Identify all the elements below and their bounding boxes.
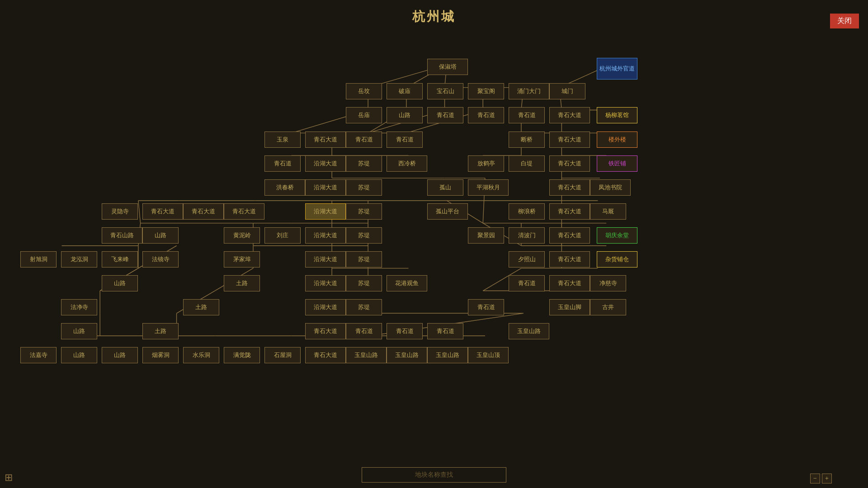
node-duanqiao[interactable]: 断桥 bbox=[509, 131, 545, 148]
node-malu[interactable]: 马厩 bbox=[590, 203, 626, 220]
node-sudi3[interactable]: 苏堤 bbox=[346, 203, 382, 220]
node-fengchishuyuan[interactable]: 凤池书院 bbox=[590, 179, 631, 196]
node-huagangguanyu[interactable]: 花港观鱼 bbox=[387, 275, 427, 291]
zoom-plus[interactable]: + bbox=[822, 474, 832, 483]
node-shanlu1[interactable]: 山路 bbox=[387, 107, 423, 123]
node-manjuedong[interactable]: 满觉陇 bbox=[224, 347, 260, 363]
node-maojiabu[interactable]: 茅家埠 bbox=[224, 251, 260, 267]
node-qingshidadao4[interactable]: 青石大道 bbox=[549, 155, 590, 172]
node-tulu3[interactable]: 土路 bbox=[142, 323, 179, 339]
node-fajingsi[interactable]: 法镜寺 bbox=[142, 251, 179, 267]
node-yangliumaoguan[interactable]: 杨柳茗馆 bbox=[597, 107, 637, 123]
search-input[interactable] bbox=[362, 467, 506, 483]
node-qingshidadao12[interactable]: 青石大道 bbox=[549, 275, 590, 291]
node-yuhuangshanding[interactable]: 玉皇山顶 bbox=[468, 347, 509, 363]
node-hangzhouchengwai[interactable]: 杭州城外官道 bbox=[597, 58, 637, 80]
zoom-minus[interactable]: − bbox=[810, 474, 820, 483]
node-tulu1[interactable]: 土路 bbox=[224, 275, 260, 291]
node-sudi6[interactable]: 苏堤 bbox=[346, 275, 382, 291]
node-huangnialing[interactable]: 黄泥岭 bbox=[224, 227, 260, 244]
node-sudi4[interactable]: 苏堤 bbox=[346, 227, 382, 244]
node-liulanqiao[interactable]: 柳浪桥 bbox=[509, 203, 545, 220]
node-qingshidadao8[interactable]: 青石大道 bbox=[224, 203, 264, 220]
node-jujingyuan[interactable]: 聚景园 bbox=[468, 227, 504, 244]
node-shanlu4[interactable]: 山路 bbox=[61, 323, 97, 339]
node-qingshidadao11[interactable]: 青石大道 bbox=[549, 251, 590, 267]
node-yuhuangshanlu4[interactable]: 玉皇山路 bbox=[427, 347, 468, 363]
node-qingshidao6[interactable]: 青石道 bbox=[264, 155, 301, 172]
node-yanhudadao6[interactable]: 沿湖大道 bbox=[305, 275, 346, 291]
node-yuhuangshanlu3[interactable]: 玉皇山路 bbox=[387, 347, 427, 363]
node-shanlu2[interactable]: 山路 bbox=[142, 227, 179, 244]
node-fangheting[interactable]: 放鹤亭 bbox=[468, 155, 504, 172]
node-yuemiao[interactable]: 岳庙 bbox=[346, 107, 382, 123]
node-jubaoige[interactable]: 聚宝阁 bbox=[468, 83, 504, 99]
node-shuiledong[interactable]: 水乐洞 bbox=[183, 347, 219, 363]
node-xilengqiao[interactable]: 西冷桥 bbox=[387, 155, 427, 172]
node-qingshidao1[interactable]: 青石道 bbox=[427, 107, 463, 123]
node-yanhudadao5[interactable]: 沿湖大道 bbox=[305, 251, 346, 267]
node-qingshidao4[interactable]: 青石道 bbox=[346, 131, 382, 148]
node-yanhudadao1[interactable]: 沿湖大道 bbox=[305, 155, 346, 172]
search-bar[interactable] bbox=[362, 467, 506, 483]
node-hongchunqiao[interactable]: 洪春桥 bbox=[264, 179, 305, 196]
node-chengmen[interactable]: 城门 bbox=[549, 83, 585, 99]
node-lingyinsi[interactable]: 灵隐寺 bbox=[102, 203, 138, 220]
node-xizhaoshan[interactable]: 夕照山 bbox=[509, 251, 545, 267]
node-qingshishanlu[interactable]: 青石山路 bbox=[102, 227, 142, 244]
node-fajingsi2[interactable]: 法净寺 bbox=[61, 299, 97, 315]
node-qingshidao2[interactable]: 青石道 bbox=[468, 107, 504, 123]
node-baidi[interactable]: 白堤 bbox=[509, 155, 545, 172]
node-huqingyutang[interactable]: 胡庆余堂 bbox=[597, 227, 637, 244]
node-sudi1[interactable]: 苏堤 bbox=[346, 155, 382, 172]
node-shexudong[interactable]: 射旭洞 bbox=[20, 251, 57, 267]
node-qingbomen[interactable]: 清波门 bbox=[509, 227, 545, 244]
node-baosuta[interactable]: 保淑塔 bbox=[427, 59, 468, 75]
close-button[interactable]: 关闭 bbox=[830, 14, 859, 28]
node-baoshishan[interactable]: 宝石山 bbox=[427, 83, 463, 99]
node-shanlu3[interactable]: 山路 bbox=[102, 275, 138, 291]
node-yanhudadao4[interactable]: 沿湖大道 bbox=[305, 227, 346, 244]
node-gushan[interactable]: 孤山 bbox=[427, 179, 463, 196]
node-qingshidadao2[interactable]: 青石大道 bbox=[305, 131, 346, 148]
node-qingshidadao5[interactable]: 青石大道 bbox=[549, 179, 590, 196]
node-qingshidadao6[interactable]: 青石大道 bbox=[142, 203, 183, 220]
node-longfengdong[interactable]: 龙泓洞 bbox=[61, 251, 97, 267]
node-qingshidao11[interactable]: 青石道 bbox=[427, 323, 463, 339]
node-qingshidao10[interactable]: 青石道 bbox=[387, 323, 423, 339]
node-qingshidadao1[interactable]: 青石大道 bbox=[549, 107, 590, 123]
node-gushanpingtai[interactable]: 孤山平台 bbox=[427, 203, 468, 220]
node-qingshidao5[interactable]: 青石道 bbox=[387, 131, 423, 148]
node-qingshidao9[interactable]: 青石道 bbox=[346, 323, 382, 339]
node-yanhudadao2[interactable]: 沿湖大道 bbox=[305, 179, 346, 196]
node-yongmen[interactable]: 涌门大门 bbox=[509, 83, 549, 99]
node-yuhuangshanlu2[interactable]: 玉皇山路 bbox=[346, 347, 387, 363]
node-yuhuangshanjiao[interactable]: 玉皇山脚 bbox=[549, 299, 590, 315]
node-pinghushiqiu[interactable]: 平湖秋月 bbox=[468, 179, 509, 196]
node-tulu2[interactable]: 土路 bbox=[183, 299, 219, 315]
node-yuefen[interactable]: 岳坟 bbox=[346, 83, 382, 99]
node-sudi7[interactable]: 苏堤 bbox=[346, 299, 382, 315]
node-pomiao[interactable]: 破庙 bbox=[387, 83, 423, 99]
node-qingshidadao7[interactable]: 青石大道 bbox=[183, 203, 224, 220]
node-yuquan[interactable]: 玉泉 bbox=[264, 131, 301, 148]
node-yanwudong[interactable]: 烟雾洞 bbox=[142, 347, 179, 363]
node-sudi5[interactable]: 苏堤 bbox=[346, 251, 382, 267]
node-yuhuangshanlu[interactable]: 玉皇山路 bbox=[509, 323, 549, 339]
node-qingshidadao3[interactable]: 青石大道 bbox=[549, 131, 590, 148]
node-zahuopucang[interactable]: 杂货铺仓 bbox=[597, 251, 637, 267]
node-qingshidadao14[interactable]: 青石大道 bbox=[305, 347, 346, 363]
node-qingshidao8[interactable]: 青石道 bbox=[468, 299, 504, 315]
node-tiejianpu[interactable]: 铁匠铺 bbox=[597, 155, 637, 172]
node-yanhudadao7[interactable]: 沿湖大道 bbox=[305, 299, 346, 315]
node-shiwudong[interactable]: 石屋洞 bbox=[264, 347, 301, 363]
node-shanlu6[interactable]: 山路 bbox=[102, 347, 138, 363]
node-feilaifeng[interactable]: 飞来峰 bbox=[102, 251, 138, 267]
node-qingshidadao10[interactable]: 青石大道 bbox=[549, 227, 590, 244]
node-sudi2[interactable]: 苏堤 bbox=[346, 179, 382, 196]
node-yanhudadao3[interactable]: 沿湖大道 bbox=[305, 203, 346, 220]
node-fahasi[interactable]: 法嘉寺 bbox=[20, 347, 57, 363]
node-louwailo[interactable]: 楼外楼 bbox=[597, 131, 637, 148]
node-shanlu5[interactable]: 山路 bbox=[61, 347, 97, 363]
node-qingshidadao13[interactable]: 青石大道 bbox=[305, 323, 346, 339]
